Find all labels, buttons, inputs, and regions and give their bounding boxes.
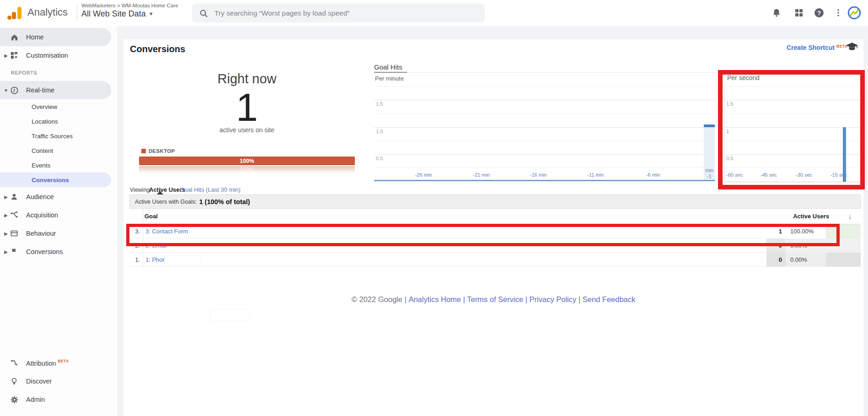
active-users-percent: 0.00% [786,253,826,267]
expand-arrow-icon[interactable]: ▶ [3,194,9,200]
property-selector[interactable]: All Web Site Data▼ [81,9,178,19]
gridline-minor [724,113,861,114]
more-vertical-icon[interactable] [831,6,845,20]
summary-value: 1 (100% of total) [199,198,250,205]
sidebar-item-acquisition[interactable]: ▶ Acquisition [0,206,111,224]
breadcrumb: WebMarketers > WM-Moutas Home Care [81,3,178,8]
footer: © 2022 Google | Analytics Home | Terms o… [123,295,863,304]
active-users-count: 1 [178,86,316,128]
gridline [374,127,715,128]
summary-label: Active Users with Goals: [135,199,197,205]
goal-hits-rule-accent [374,72,407,73]
tab-goal-hits[interactable]: Goal Hits (Last 30 min) [180,186,241,193]
goal-column-header[interactable]: Goal [145,213,158,220]
expand-arrow-icon[interactable]: ▶ [3,53,9,58]
active-users-value: 0 [766,238,786,253]
sidebar-item-locations[interactable]: Locations [0,114,111,129]
expand-arrow-icon[interactable]: ▶ [3,249,9,254]
y-axis-tick: 0.5 [376,156,383,161]
summary-bar: Active Users with Goals: 1 (100% of tota… [129,194,861,209]
redaction-box [210,309,250,321]
analytics-logo-icon[interactable] [7,7,23,20]
sidebar-item-realtime[interactable]: ▼ Real-time [0,81,111,99]
active-users-percent: 0.00% [786,238,826,253]
footer-link[interactable]: Terms of Service [467,295,523,303]
search-box[interactable] [192,4,485,22]
sidebar-item-overview[interactable]: Overview [0,99,111,114]
content-area: Conversions Create ShortcutBETA Right no… [123,39,863,416]
lightbulb-icon [10,377,19,386]
header-divider [77,5,77,22]
copyright: © 2022 Google [352,295,402,303]
y-axis-tick: 1.0 [376,129,383,134]
percent-bar-cell [826,224,861,238]
active-users-subtitle: active users on site [178,126,316,134]
sidebar-item-admin[interactable]: Admin [0,390,111,409]
active-users-column-header[interactable]: Active Users [738,213,829,220]
sidebar-item-conversions[interactable]: ▶ Conversions [0,243,111,261]
goal-rank: 3. [129,224,143,238]
app-name: Analytics [27,6,68,18]
y-axis-tick: 0.5 [726,156,733,161]
x-axis-tick: -45 sec [761,172,777,178]
goal-link[interactable]: 3: Contact Form [145,224,188,238]
x-axis-tick: -6 min [646,172,660,178]
footer-link[interactable]: Analytics Home [408,295,461,303]
attribution-icon [10,358,19,367]
right-now-title: Right now [178,71,316,86]
goal-link[interactable]: 2: Email [145,238,167,253]
active-users-value: 0 [766,253,786,267]
apps-grid-icon[interactable] [792,6,806,20]
active-users-percent: 100.00% [786,224,826,238]
create-shortcut-button[interactable]: Create ShortcutBETA [787,44,848,51]
sidebar-item-attribution[interactable]: AttributionBETA [0,354,111,372]
sidebar-item-home[interactable]: Home [0,28,111,46]
sidebar-item-traffic-sources[interactable]: Traffic Sources [0,129,111,143]
page-title: Conversions [130,44,185,54]
window-icon [10,229,19,238]
acquisition-icon [10,211,19,220]
sidebar-item-customisation[interactable]: ▶ Customisation [0,46,111,65]
sidebar-item-conversions[interactable]: Conversions [0,173,111,187]
search-input[interactable] [214,9,472,18]
gridline-minor [374,86,715,87]
redaction-box [165,255,201,265]
gridline-minor [374,167,715,168]
search-icon [199,9,208,18]
sidebar-item-label: Events [32,162,50,169]
sidebar-item-discover[interactable]: Discover [0,372,111,390]
sidebar: Home ▶ Customisation REPORTS ▼ Real-time… [0,26,117,416]
table-row: 1.1: Phone00.00% [129,253,861,267]
gridline-minor [374,113,715,114]
legend-swatch-icon [141,149,146,153]
ga-app: Analytics WebMarketers > WM-Moutas Home … [0,0,868,416]
education-cap-icon[interactable] [845,41,859,54]
sidebar-item-events[interactable]: Events [0,158,111,173]
flag-icon [10,247,19,256]
account-avatar[interactable] [847,6,861,20]
gridline [724,154,861,155]
footer-link[interactable]: Privacy Policy [530,295,577,303]
help-icon[interactable]: ? [812,6,826,20]
gridline-minor [724,86,861,87]
collapse-arrow-icon[interactable]: ▼ [3,88,9,93]
sidebar-item-audience[interactable]: ▶ Audience [0,188,111,206]
x-axis-tick: -60 sec [726,172,743,178]
sort-descending-icon[interactable]: ↓ [848,212,852,220]
sidebar-item-behaviour[interactable]: ▶ Behaviour [0,224,111,243]
clock-icon [10,86,19,95]
percent-bar-cell [826,253,861,267]
per-minute-label: Per minute [375,75,404,82]
expand-arrow-icon[interactable]: ▶ [3,213,9,218]
sidebar-item-content[interactable]: Content [0,143,111,158]
goal-hits-rule [374,72,863,73]
footer-link[interactable]: Send Feedback [583,295,636,303]
sidebar-item-label: Locations [32,118,58,125]
goal-rank: 1. [129,253,143,267]
expand-arrow-icon[interactable]: ▶ [3,231,9,236]
goal-rank: 2. [129,238,143,253]
table-row: 3.3: Contact Form1100.00% [129,224,861,238]
x-axis-tick: -26 min [415,172,432,178]
x-axis-line [374,180,715,181]
notifications-bell-icon[interactable] [770,6,783,20]
